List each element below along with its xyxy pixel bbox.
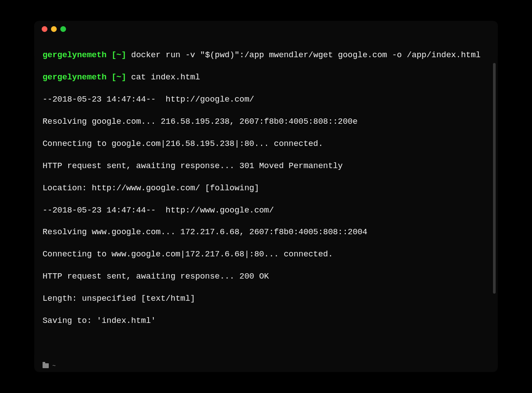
prompt-user: gergelynemeth: [43, 51, 106, 60]
scrollbar[interactable]: [493, 63, 496, 294]
command-line-1: gergelynemeth [~] docker run -v "$(pwd)"…: [43, 50, 489, 61]
titlebar: [35, 21, 497, 36]
minimize-icon[interactable]: [51, 26, 57, 32]
folder-icon: [43, 363, 49, 368]
output-line: Saving to: 'index.html': [43, 316, 489, 327]
statusbar: ~: [35, 359, 497, 372]
output-line: Connecting to www.google.com|172.217.6.6…: [43, 249, 489, 260]
maximize-icon[interactable]: [60, 26, 66, 32]
output-line: Resolving www.google.com... 172.217.6.68…: [43, 227, 489, 238]
command-line-2: gergelynemeth [~] cat index.html: [43, 72, 489, 83]
prompt-user: gergelynemeth: [43, 73, 106, 82]
output-line: --2018-05-23 14:47:44-- http://www.googl…: [43, 205, 489, 216]
blank-line: [43, 338, 489, 349]
terminal-window: gergelynemeth [~] docker run -v "$(pwd)"…: [35, 21, 497, 372]
output-line: Connecting to google.com|216.58.195.238|…: [43, 139, 489, 150]
command-text-1: docker run -v "$(pwd)":/app mwendler/wge…: [131, 51, 481, 60]
command-text-2: cat index.html: [131, 73, 200, 82]
terminal-body[interactable]: gergelynemeth [~] docker run -v "$(pwd)"…: [35, 36, 497, 359]
prompt-path: [~]: [111, 73, 126, 82]
output-line: --2018-05-23 14:47:44-- http://google.co…: [43, 94, 489, 106]
prompt-path: [~]: [111, 51, 126, 60]
status-path: ~: [52, 362, 56, 369]
output-line: Location: http://www.google.com/ [follow…: [43, 183, 489, 194]
output-line: Resolving google.com... 216.58.195.238, …: [43, 117, 489, 128]
close-icon[interactable]: [42, 26, 47, 32]
output-line: HTTP request sent, awaiting response... …: [43, 161, 489, 172]
output-line: Length: unspecified [text/html]: [43, 294, 489, 305]
output-line: HTTP request sent, awaiting response... …: [43, 271, 489, 283]
